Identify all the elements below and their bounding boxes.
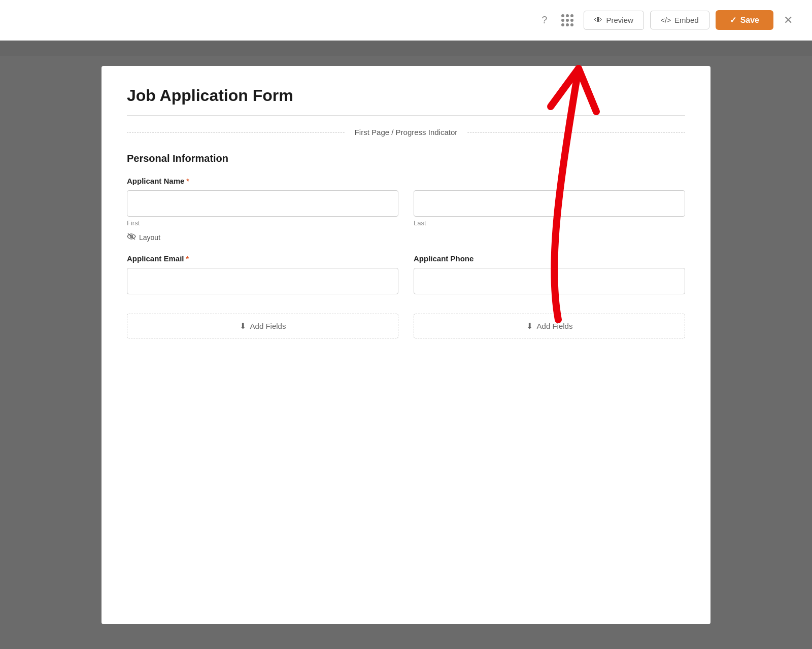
last-name-col: Last (414, 190, 685, 227)
personal-information-section: Personal Information Applicant Name * Fi… (127, 153, 685, 338)
layout-label: Layout (139, 233, 160, 242)
first-name-sub-label: First (127, 219, 398, 227)
form-title: Job Application Form (127, 86, 685, 105)
save-label: Save (740, 16, 759, 25)
email-phone-row: Applicant Email * Applicant Phone (127, 254, 685, 294)
progress-indicator-label: First Page / Progress Indicator (345, 128, 468, 136)
applicant-email-required-star: * (186, 255, 189, 263)
close-icon: ✕ (784, 14, 793, 26)
email-field-col: Applicant Email * (127, 254, 398, 294)
form-card: Job Application Form First Page / Progre… (101, 66, 710, 624)
dark-separator-bar (0, 41, 812, 56)
applicant-email-label: Applicant Email * (127, 254, 398, 263)
progress-indicator: First Page / Progress Indicator (127, 128, 685, 136)
preview-button[interactable]: 👁 Preview (584, 11, 644, 30)
add-fields-right-button[interactable]: ⬇ Add Fields (414, 314, 685, 338)
applicant-phone-label: Applicant Phone (414, 254, 685, 263)
download-icon-left: ⬇ (240, 321, 246, 331)
grid-icon (561, 14, 573, 26)
grid-button[interactable] (557, 10, 578, 30)
last-name-sub-label: Last (414, 219, 685, 227)
first-name-col: First (127, 190, 398, 227)
embed-button[interactable]: </> Embed (650, 11, 709, 29)
applicant-name-field-group: Applicant Name * First Last (127, 177, 685, 242)
embed-label: Embed (674, 16, 699, 24)
help-icon: ? (542, 14, 547, 26)
add-fields-left-col: ⬇ Add Fields (127, 310, 398, 338)
add-fields-right-col: ⬇ Add Fields (414, 310, 685, 338)
add-fields-right-label: Add Fields (537, 322, 573, 330)
phone-field-col: Applicant Phone (414, 254, 685, 294)
add-fields-left-button[interactable]: ⬇ Add Fields (127, 314, 398, 338)
add-fields-row: ⬇ Add Fields ⬇ Add Fields (127, 310, 685, 338)
layout-icon (127, 233, 136, 242)
last-name-input[interactable] (414, 190, 685, 217)
applicant-name-required-star: * (186, 177, 189, 185)
toolbar: ? 👁 Preview </> Embed ✓ Save (0, 0, 812, 41)
applicant-name-label: Applicant Name * (127, 177, 685, 185)
save-button[interactable]: ✓ Save (716, 10, 773, 30)
first-name-input[interactable] (127, 190, 398, 217)
name-layout-link[interactable]: Layout (127, 233, 160, 242)
eye-icon: 👁 (594, 16, 602, 25)
personal-info-section-title: Personal Information (127, 153, 685, 164)
download-icon-right: ⬇ (526, 321, 533, 331)
help-button[interactable]: ? (537, 10, 551, 30)
title-divider (127, 115, 685, 116)
applicant-phone-input[interactable] (414, 268, 685, 294)
close-button[interactable]: ✕ (780, 10, 797, 31)
applicant-name-inputs: First Last (127, 190, 685, 227)
check-icon: ✓ (730, 15, 736, 25)
main-content: Job Application Form First Page / Progre… (0, 56, 812, 649)
add-fields-left-label: Add Fields (250, 322, 286, 330)
applicant-email-input[interactable] (127, 268, 398, 294)
code-icon: </> (661, 16, 671, 24)
preview-label: Preview (606, 16, 633, 24)
